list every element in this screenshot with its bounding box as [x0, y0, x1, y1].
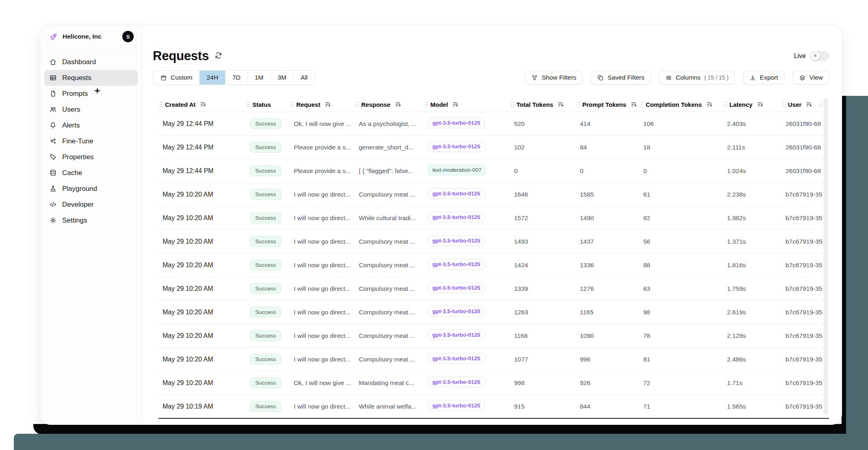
request-cell: I will now go direct... [290, 309, 355, 316]
table-row[interactable]: May 29 12:44 PMSuccessOk, I will now giv… [158, 112, 829, 136]
created-at-cell: May 29 12:44 PM [158, 144, 246, 151]
columns-button[interactable]: Columns( 15 / 15 ) [659, 71, 735, 84]
time-range-3m[interactable]: 3M [270, 71, 293, 84]
view-button[interactable]: View [793, 71, 829, 84]
main-panel: Requests Live Custom24H7D1M3MAll Show Fi… [142, 25, 842, 425]
status-badge: Success [250, 401, 281, 412]
avatar[interactable]: S [122, 31, 134, 42]
sidebar-item-fine-tune[interactable]: Fine-Tune [44, 133, 138, 149]
toggle-knob [811, 52, 820, 61]
time-range-selector: Custom24H7D1M3MAll [153, 70, 315, 85]
sidebar-item-label: Requests [62, 74, 91, 82]
column-header-completion-tokens[interactable]: Completion Tokens [639, 101, 723, 108]
time-range-custom[interactable]: Custom [153, 71, 199, 84]
sidebar-item-dashboard[interactable]: Dashboard [44, 54, 138, 70]
table-row[interactable]: May 29 10:20 AMSuccessI will now go dire… [158, 301, 829, 324]
table-row[interactable]: May 29 12:44 PMSuccessPlease provide a s… [158, 136, 829, 159]
sort-icon [757, 102, 763, 107]
time-range-label: 7D [232, 74, 241, 81]
completion-tokens-cell: 63 [639, 285, 723, 292]
column-header-total-tokens[interactable]: Total Tokens [510, 101, 576, 108]
home-icon [49, 58, 57, 66]
table-row[interactable]: May 29 10:19 AMSuccessI will now go dire… [158, 395, 829, 418]
latency-cell: 1.982s [723, 214, 781, 222]
time-range-7d[interactable]: 7D [225, 71, 247, 84]
sidebar-item-properties[interactable]: Properties [44, 149, 138, 165]
sort-icon [395, 102, 401, 107]
button-label: View [809, 74, 823, 81]
sidebar-item-playground[interactable]: Playground [44, 181, 138, 197]
created-at-cell: May 29 10:20 AM [158, 214, 246, 222]
table-scrollbar[interactable] [824, 98, 828, 415]
sidebar-item-alerts[interactable]: Alerts [44, 117, 138, 133]
latency-cell: 1.71s [723, 379, 781, 387]
sidebar-item-cache[interactable]: Cache [44, 165, 138, 181]
sort-icon [631, 102, 637, 107]
table-row[interactable]: May 29 10:20 AMSuccessI will now go dire… [158, 183, 829, 206]
prompt-tokens-cell: 414 [576, 120, 639, 128]
drag-handle-icon [425, 102, 428, 108]
sort-icon [558, 102, 564, 107]
request-cell: Ok, I will now give ... [290, 120, 355, 128]
user-cell: b7c67919-35 [781, 262, 829, 269]
completion-tokens-cell: 82 [639, 214, 723, 222]
time-range-24h[interactable]: 24H [199, 71, 225, 84]
latency-cell: 2.238s [723, 191, 781, 198]
status-badge: Success [250, 212, 281, 223]
status-cell: Success [246, 260, 290, 270]
prompt-tokens-cell: 1585 [576, 191, 639, 198]
status-badge: Success [250, 307, 281, 318]
response-cell: While cultural tradi... [355, 214, 424, 222]
table-row[interactable]: May 29 10:20 AMSuccessI will now go dire… [158, 206, 829, 230]
response-cell: generate_short_d... [355, 144, 424, 151]
status-cell: Success [246, 189, 290, 200]
user-cell: 26031f90-68 [781, 167, 829, 175]
prompt-tokens-cell: 1490 [576, 214, 639, 222]
time-range-label: 24H [206, 74, 218, 81]
table-row[interactable]: May 29 12:44 PMSuccessPlease provide a s… [158, 159, 829, 183]
request-cell: I will now go direct... [290, 332, 355, 340]
saved-filters-button[interactable]: Saved Filters [591, 71, 650, 84]
sidebar-item-requests[interactable]: Requests [44, 70, 138, 86]
column-header-latency[interactable]: Latency [723, 101, 781, 108]
org-header[interactable]: Helicone, Inc S [40, 25, 142, 48]
table-row[interactable]: May 29 10:20 AMSuccessI will now go dire… [158, 324, 829, 348]
column-header-request[interactable]: Request [290, 101, 355, 108]
status-cell: Success [246, 401, 290, 412]
column-header-status[interactable]: Status [246, 101, 290, 108]
sidebar-item-developer[interactable]: Developer [44, 197, 138, 212]
response-cell: Compulsory meat ... [355, 332, 424, 340]
total-tokens-cell: 1263 [510, 309, 576, 316]
column-header-model[interactable]: Model [424, 101, 510, 108]
status-cell: Success [246, 330, 290, 341]
table-row[interactable]: May 29 10:20 AMSuccessI will now go dire… [158, 253, 829, 277]
drag-handle-icon [291, 102, 294, 108]
column-header-created-at[interactable]: Created At [158, 101, 246, 108]
model-badge: gpt-3.5-turbo-0125 [428, 400, 485, 411]
export-button[interactable]: Export [743, 71, 784, 84]
table-row[interactable]: May 29 10:20 AMSuccessI will now go dire… [158, 230, 829, 253]
sidebar-item-prompts[interactable]: Prompts [44, 86, 138, 102]
completion-tokens-cell: 71 [639, 403, 723, 410]
refresh-button[interactable] [214, 51, 223, 61]
sort-icon [453, 102, 458, 107]
time-range-all[interactable]: All [293, 71, 315, 84]
table-row[interactable]: May 29 10:20 AMSuccessI will now go dire… [158, 277, 829, 301]
time-range-1m[interactable]: 1M [247, 71, 271, 84]
desktop-wallpaper [14, 434, 868, 450]
show-filters-button[interactable]: Show Filters [525, 71, 582, 84]
status-cell: Success [246, 118, 290, 129]
table-row[interactable]: May 29 10:20 AMSuccessOk, I will now giv… [158, 371, 829, 395]
status-cell: Success [246, 212, 290, 223]
status-cell: Success [246, 142, 290, 153]
live-toggle[interactable] [810, 51, 829, 61]
column-header-response[interactable]: Response [355, 101, 424, 108]
prompt-tokens-cell: 1090 [576, 332, 639, 340]
table-row[interactable]: May 29 10:20 AMSuccessI will now go dire… [158, 348, 829, 371]
sidebar-item-users[interactable]: Users [44, 102, 138, 117]
user-cell: b7c67919-35 [781, 191, 829, 198]
latency-cell: 2.128s [723, 332, 781, 340]
sidebar-item-settings[interactable]: Settings [44, 212, 138, 228]
live-control: Live [794, 51, 829, 61]
column-header-prompt-tokens[interactable]: Prompt Tokens [576, 101, 639, 108]
